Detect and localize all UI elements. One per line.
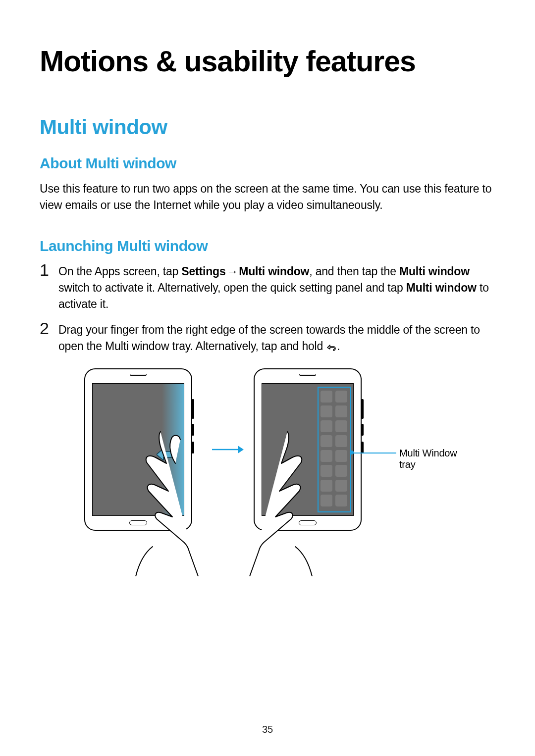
page-title: Motions & usability features xyxy=(40,45,495,78)
section-heading-multi-window: Multi window xyxy=(40,115,495,139)
subsection-about-heading: About Multi window xyxy=(40,155,495,172)
swipe-left-arrow-icon xyxy=(157,449,174,462)
step-1: 1 On the Apps screen, tap Settings → Mul… xyxy=(40,263,495,313)
callout-line xyxy=(352,453,396,454)
step-1-number: 1 xyxy=(40,261,58,278)
callout-label: Multi Window tray xyxy=(399,448,471,470)
step-2: 2 Drag your finger from the right edge o… xyxy=(40,322,495,355)
multi-window-tray xyxy=(318,387,351,512)
back-icon xyxy=(326,340,337,349)
right-arrow-icon xyxy=(212,445,244,456)
device-left xyxy=(84,368,192,531)
page-number: 35 xyxy=(0,724,535,735)
subsection-launching-heading: Launching Multi window xyxy=(40,238,495,254)
step-1-text: On the Apps screen, tap Settings → Multi… xyxy=(58,263,495,313)
step-2-number: 2 xyxy=(40,320,58,337)
step-2-text: Drag your finger from the right edge of … xyxy=(58,322,495,355)
device-right xyxy=(254,368,362,531)
about-body-text: Use this feature to run two apps on the … xyxy=(40,181,495,214)
device-right-screen xyxy=(262,383,354,516)
illustration: Multi Window tray xyxy=(40,368,495,576)
